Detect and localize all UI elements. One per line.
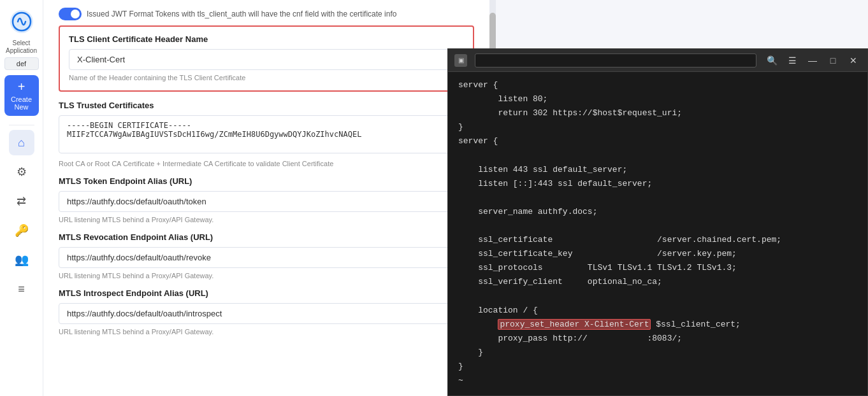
mtls-revoke-section: MTLS Revocation Endpoint Alias (URL) URL… xyxy=(59,232,474,279)
mtls-introspect-hint: URL listening MTLS behind a Proxy/API Ga… xyxy=(59,328,474,336)
tls-cert-header-label: TLS Client Certificate Header Name xyxy=(69,34,464,44)
mtls-introspect-input[interactable] xyxy=(59,303,474,324)
connections-nav-button[interactable]: ⇄ xyxy=(9,188,34,214)
terminal-line xyxy=(458,289,857,303)
terminal-window: ▣ 🔍 ☰ — □ ✕ server { listen 80; return 3… xyxy=(447,48,868,396)
create-new-button[interactable]: + Create New xyxy=(4,75,39,116)
mtls-introspect-label: MTLS Introspect Endpoint Alias (URL) xyxy=(59,288,474,298)
highlight-proxy-set-header: proxy_set_header X-Client-Cert xyxy=(498,319,651,330)
terminal-line xyxy=(458,191,857,205)
terminal-minimize-button[interactable]: — xyxy=(805,53,820,68)
main-content: Issued JWT Format Tokens with tls_client… xyxy=(43,0,489,396)
app-selector[interactable]: def xyxy=(4,57,39,70)
terminal-close-button[interactable]: ✕ xyxy=(846,53,861,68)
jwt-notice-bar: Issued JWT Format Tokens with tls_client… xyxy=(59,0,474,25)
terminal-line: } xyxy=(458,360,857,374)
terminal-titlebar: ▣ 🔍 ☰ — □ ✕ xyxy=(448,49,867,72)
terminal-line: server_name authfy.docs; xyxy=(458,205,857,219)
terminal-maximize-button[interactable]: □ xyxy=(825,53,841,68)
terminal-line: location / { xyxy=(458,304,857,318)
sidebar: Select Application def + Create New ⌂ ⚙ … xyxy=(0,0,43,396)
jwt-toggle[interactable] xyxy=(59,8,82,20)
tls-trusted-section: TLS Trusted Certificates -----BEGIN CERT… xyxy=(59,101,474,167)
tls-trusted-textarea[interactable]: -----BEGIN CERTIFICATE----- MIIFzTCCA7Wg… xyxy=(59,115,474,153)
terminal-icon: ▣ xyxy=(454,54,467,67)
mtls-token-section: MTLS Token Endpoint Alias (URL) URL list… xyxy=(59,176,474,223)
mtls-token-input[interactable] xyxy=(59,191,474,212)
mtls-revoke-hint: URL listening MTLS behind a Proxy/API Ga… xyxy=(59,272,474,279)
terminal-line: ~ xyxy=(458,374,857,388)
terminal-line: } xyxy=(458,120,857,134)
terminal-line: } xyxy=(458,346,857,360)
terminal-line: server { xyxy=(458,78,857,92)
terminal-line: return 302 https://$host$request_uri; xyxy=(458,106,857,120)
tls-trusted-textarea-wrap: -----BEGIN CERTIFICATE----- MIIFzTCCA7Wg… xyxy=(59,115,474,156)
mtls-revoke-input[interactable] xyxy=(59,247,474,268)
terminal-line: proxy_pass http:// :8083/; xyxy=(458,332,857,346)
terminal-search-bar[interactable] xyxy=(475,53,756,67)
terminal-line: ssl_certificate_key /server.key.pem; xyxy=(458,247,857,261)
mtls-token-hint: URL listening MTLS behind a Proxy/API Ga… xyxy=(59,216,474,223)
terminal-line: listen 80; xyxy=(458,92,857,106)
terminal-line xyxy=(458,148,857,162)
terminal-line: listen 443 ssl default_server; xyxy=(458,163,857,177)
tls-cert-header-hint: Name of the Header containing the TLS Cl… xyxy=(69,74,464,81)
home-nav-button[interactable]: ⌂ xyxy=(9,130,34,155)
terminal-line: listen [::]:443 ssl default_server; xyxy=(458,177,857,191)
terminal-line: ssl_certificate /server.chained.cert.pem… xyxy=(458,233,857,247)
layers-nav-button[interactable]: ≡ xyxy=(9,276,34,302)
app-logo xyxy=(6,6,37,37)
tls-trusted-hint: Root CA or Root CA Certificate + Interme… xyxy=(59,160,474,167)
terminal-line xyxy=(458,219,857,233)
terminal-body[interactable]: server { listen 80; return 302 https://$… xyxy=(448,72,867,395)
mtls-introspect-section: MTLS Introspect Endpoint Alias (URL) URL… xyxy=(59,288,474,336)
terminal-search-button[interactable]: 🔍 xyxy=(764,53,779,68)
app-label: Select Application xyxy=(0,39,43,55)
tls-cert-header-section: TLS Client Certificate Header Name Name … xyxy=(59,25,474,92)
mtls-revoke-label: MTLS Revocation Endpoint Alias (URL) xyxy=(59,232,474,242)
create-new-label: Create New xyxy=(4,95,39,111)
plus-icon: + xyxy=(18,80,25,93)
tls-trusted-label: TLS Trusted Certificates xyxy=(59,101,474,110)
jwt-notice-text: Issued JWT Format Tokens with tls_client… xyxy=(87,10,396,18)
settings-nav-button[interactable]: ⚙ xyxy=(9,159,34,185)
sidebar-divider xyxy=(9,125,34,125)
tls-cert-header-input[interactable] xyxy=(69,49,464,70)
terminal-line: server { xyxy=(458,134,857,148)
terminal-menu-button[interactable]: ☰ xyxy=(785,53,800,68)
terminal-line: ssl_verify_client optional_no_ca; xyxy=(458,275,857,289)
mtls-token-label: MTLS Token Endpoint Alias (URL) xyxy=(59,176,474,186)
terminal-line-highlight: proxy_set_header X-Client-Cert $ssl_clie… xyxy=(458,318,857,332)
terminal-line: ssl_protocols TLSv1 TLSv1.1 TLSv1.2 TLSv… xyxy=(458,261,857,275)
keys-nav-button[interactable]: 🔑 xyxy=(9,218,34,243)
page-wrapper: Issued JWT Format Tokens with tls_client… xyxy=(43,0,868,396)
users-nav-button[interactable]: 👥 xyxy=(9,247,34,272)
